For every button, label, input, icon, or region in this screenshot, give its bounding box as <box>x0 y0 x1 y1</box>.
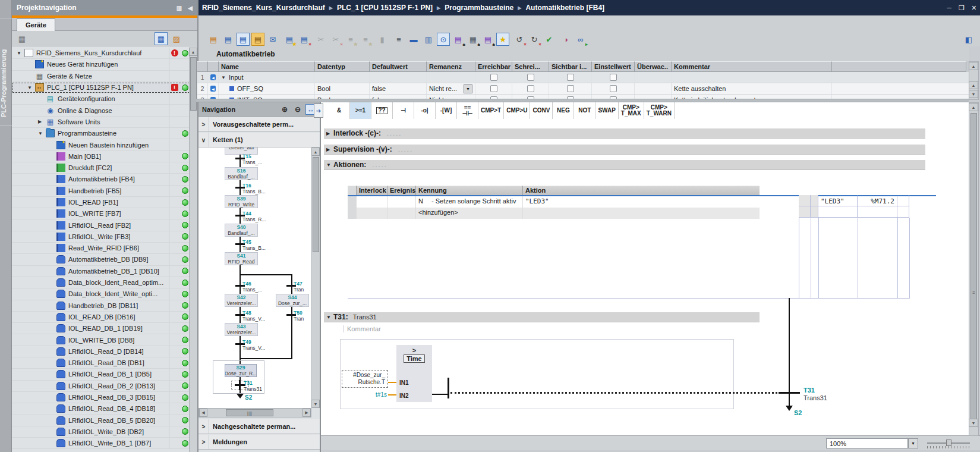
tree-item[interactable]: IOL_READ [FB1] <box>12 197 190 208</box>
sequence-node[interactable]: T50 Tran <box>294 310 304 322</box>
lock-icon[interactable]: ▮ <box>376 33 389 46</box>
tree-item[interactable]: LRfidIOL_Write_DB [DB2] <box>12 426 190 438</box>
sequence-node[interactable]: T45 Trans_B... <box>242 239 266 251</box>
chevron-right-icon[interactable]: > <box>198 117 209 131</box>
checkbox[interactable] <box>527 74 534 81</box>
sequence-node[interactable]: S39 RFID_Write <box>225 195 258 208</box>
interlock-section[interactable]: ▶ Interlock -(c)-: ..... <box>324 128 925 139</box>
step-comment-icon[interactable]: ✉ <box>266 33 279 46</box>
interface-row-off-sq[interactable]: 2 ◀ OFF_SQ Bool false Nicht re...▼ Kette… <box>197 83 969 95</box>
logic-instruction-button[interactable]: CMP> T_MAX <box>619 102 644 119</box>
sequence-node[interactable]: T16 Trans_B... <box>242 183 266 194</box>
copy-icon[interactable]: ✂ × <box>329 33 342 46</box>
twisty-icon[interactable]: ▼ <box>17 51 24 56</box>
view-columns-icon[interactable]: ▥ <box>422 33 435 46</box>
sequence-node[interactable]: T15 Trans_... <box>242 153 262 165</box>
tree-item[interactable]: IOL_WRITE_DB [DB8] <box>12 334 190 346</box>
sequence-node[interactable]: T48 Trans_V... <box>242 310 265 322</box>
logic-instruction-button[interactable]: & <box>329 102 350 119</box>
tree-item[interactable]: LRfidIOL_Read_DB_1 [DB5] <box>12 369 190 380</box>
tree-item[interactable]: LRfidIOL_Write [FB3] <box>12 231 190 243</box>
tree-item[interactable]: ▼ RFID_Siemens_Kurs_Kursdurchlauf ! <box>12 48 190 59</box>
view-rows-icon[interactable]: ▬ <box>407 33 420 46</box>
tree-item[interactable]: LRfidIOL_Read_DB [DB1] <box>12 357 190 369</box>
supervision-check-icon[interactable]: ↻ × <box>528 33 541 46</box>
insert-step-icon[interactable]: ▤ <box>207 33 220 46</box>
section-following-permanent[interactable]: > Nachgeschaltete perman... <box>198 419 320 434</box>
tree-item[interactable]: ▶ Software Units <box>12 117 190 128</box>
favorites-icon[interactable]: ★ <box>496 33 509 46</box>
new-network-icon[interactable]: ▤ ★ <box>283 33 296 46</box>
breadcrumb[interactable]: RFID_Siemens_Kurs_Kursdurchlauf ▶ PLC_1 … <box>202 4 604 12</box>
zoom-slider[interactable] <box>927 440 970 448</box>
checkbox[interactable] <box>567 85 574 92</box>
logic-instruction-button[interactable]: NOT <box>574 102 595 119</box>
tree-item[interactable]: LRfidIOL_Read_DB_3 [DB15] <box>12 392 190 403</box>
show-symbols-icon[interactable]: ▦ ± <box>467 33 480 46</box>
interface-column-header[interactable]: Name <box>219 61 315 72</box>
logic-instruction-button[interactable]: CMP>T <box>478 102 504 119</box>
tree-item[interactable]: Handbetrieb_DB [DB11] <box>12 300 190 312</box>
show-interface-icon[interactable]: ▤ ± <box>452 33 465 46</box>
insert-step-transition-icon[interactable]: ▤ <box>237 33 250 46</box>
column-settings-icon[interactable]: ▨ <box>170 32 183 45</box>
sequence-node[interactable]: S16 Bandlauf_... <box>225 167 258 180</box>
comment-visibility-icon[interactable]: ⊙ <box>437 33 450 46</box>
tree-item[interactable]: LRfidIOL_Read_DB_5 [DB20] <box>12 415 190 426</box>
editor-scrollbar[interactable]: ▲ ≡ ▼ <box>969 102 979 436</box>
section-preceding-permanent[interactable]: > Vorausgeschaltete perm... <box>198 117 320 132</box>
tree-item[interactable]: Handbetrieb [FB5] <box>12 186 190 197</box>
logic-instruction-button[interactable]: ?? <box>371 102 393 119</box>
panes-icon[interactable]: ▥ <box>177 5 182 11</box>
logic-instruction-button[interactable]: >=1 <box>350 102 371 119</box>
t31-section[interactable]: ▼ T31: Trans31 <box>324 312 760 322</box>
sequence-node[interactable]: T47 Tran <box>294 281 304 293</box>
table-scrollbar[interactable]: ▲ ▲ ▼ <box>969 61 979 100</box>
details-view-icon[interactable]: ▦ <box>155 32 168 45</box>
logic-instruction-button[interactable]: NEG <box>553 102 574 119</box>
minimize-button[interactable]: ─ <box>947 4 951 11</box>
insert-jump-icon[interactable]: ▤ <box>251 33 264 46</box>
tree-item[interactable]: ▼ Programmbausteine <box>12 128 190 139</box>
sequence-node[interactable] <box>237 394 244 402</box>
insert-transition-icon[interactable]: ▤ <box>222 33 235 46</box>
split-editor-icon[interactable]: ◧ <box>962 33 975 46</box>
interface-column-header[interactable]: Einstellwert <box>592 61 635 72</box>
sequence-node[interactable]: S42 Vereinzeler... <box>225 294 258 307</box>
tree-item[interactable]: IOL_READ_DB [DB16] <box>12 312 190 323</box>
interface-column-header[interactable]: Schrei... <box>512 61 549 72</box>
zoom-level-combo[interactable]: 100% <box>826 438 908 448</box>
tree-item[interactable]: LRfidIOL_Read_DB_4 [DB18] <box>12 403 190 415</box>
twisty-icon[interactable]: ▼ <box>221 75 229 80</box>
interface-column-header[interactable]: Datentyp <box>315 61 370 72</box>
analyze-icon[interactable]: ◑ <box>559 33 572 46</box>
tree-item[interactable]: Neuen Baustein hinzufügen <box>12 139 190 150</box>
logic-instruction-button[interactable]: ⊣ <box>393 102 414 119</box>
sequence-node[interactable] <box>240 358 292 359</box>
duplicate-icon[interactable]: ≡ ★ <box>359 33 372 46</box>
sequence-node[interactable]: S40 Bandlauf_... <box>225 224 258 237</box>
show-addresses-icon[interactable]: ▤ ± <box>481 33 494 46</box>
time-literal[interactable]: t#1s <box>365 391 387 398</box>
tree-item[interactable]: LRfidIOL_Read_D [DB14] <box>12 346 190 357</box>
sequence-node[interactable]: S43 Vereinzeler... <box>225 323 258 336</box>
chevron-down-icon[interactable]: ∨ <box>198 133 209 147</box>
breadcrumb-item[interactable]: Automatikbetrieb [FB4] <box>525 4 604 12</box>
transition-label[interactable]: T31 Trans31 <box>803 387 827 402</box>
tree-item[interactable]: Druckluft [FC2] <box>12 162 190 174</box>
tree-item[interactable]: IOL_WRITE [FB7] <box>12 208 190 219</box>
operand-dose-zur-rutsche[interactable]: #Dose_zur_ Rutsche.T <box>342 370 388 388</box>
supervision-section[interactable]: ▶ Supervision -(v)-: ..... <box>324 145 925 155</box>
aktionen-section[interactable]: ▼ Aktionen: ..... <box>324 160 925 170</box>
rail-title[interactable]: PLC-Programmierung <box>0 24 12 143</box>
tree-item[interactable]: LRfidIOL_Read [FB2] <box>12 219 190 231</box>
interlock-check-icon[interactable]: ↺ × <box>513 33 526 46</box>
section-meldungen[interactable]: > Meldungen <box>198 435 320 450</box>
tree-item[interactable]: Automatikbetrieb_DB_1 [DB10] <box>12 266 190 277</box>
interface-column-header[interactable]: Kommentar <box>672 61 832 72</box>
zoom-dropdown-icon[interactable]: ▼ <box>908 438 918 448</box>
sequence-node[interactable]: T31 Trans31 <box>244 380 262 392</box>
zoom-slider-thumb[interactable] <box>946 440 951 446</box>
twisty-icon[interactable]: ▼ <box>27 85 35 90</box>
sequence-node[interactable]: S2 <box>245 395 252 401</box>
